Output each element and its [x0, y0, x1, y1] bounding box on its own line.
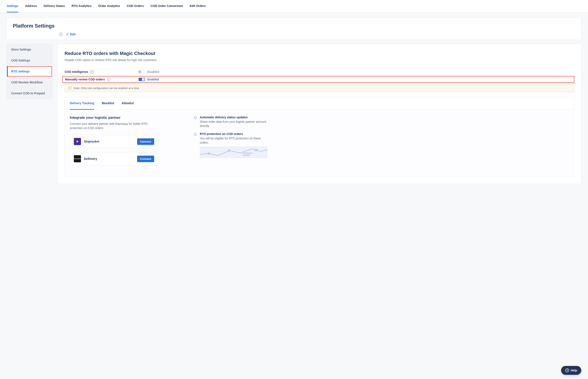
inner-tabs: Delivery Tracking Blocklist Allowlist [65, 97, 574, 110]
benefits-panel: Automatic delivery status updates Share … [194, 116, 267, 169]
cod-intelligence-label: COD Intelligence [65, 70, 88, 74]
nav-address[interactable]: Address [25, 0, 37, 12]
shiprocket-logo-icon [74, 138, 81, 145]
manual-review-state: Enabled [147, 78, 159, 81]
svg-rect-4 [243, 153, 252, 154]
nav-order-analytics[interactable]: Order Analytics [98, 0, 120, 12]
header-card: Platform Settings i Edit [7, 18, 581, 40]
partner-delhivery: DELHIVERY Delhivery Connect [70, 152, 158, 165]
sidebar-item-convert-cod-to-prepaid[interactable]: Convert COD to Prepaid [7, 88, 52, 99]
benefit-description: You will be eligible for RTO protection … [200, 136, 267, 145]
main-panel: Reduce RTO orders with Magic Checkout Di… [58, 44, 581, 184]
manual-review-toggle[interactable] [139, 78, 145, 81]
manual-review-row: Manually review COD orders i Enabled [62, 76, 574, 83]
connect-shiprocket-button[interactable]: Connect [137, 138, 154, 145]
edit-button[interactable]: Edit [66, 33, 75, 36]
page-title: Platform Settings [13, 23, 575, 29]
sidebar-item-store-settings[interactable]: Store Settings [7, 44, 52, 55]
nav-cod-orders[interactable]: COD Orders [127, 0, 144, 12]
note-text: Note: Only one configuration can be enab… [74, 87, 139, 90]
manual-review-label: Manually review COD orders [65, 78, 105, 81]
info-icon[interactable]: i [59, 33, 62, 36]
cod-intelligence-row: COD Intelligence i Disabled [65, 68, 574, 76]
section-description: Disable COD option or retrieve RTO risk … [65, 58, 574, 62]
nav-edit-orders[interactable]: Edit Orders [190, 0, 206, 12]
svg-marker-0 [77, 140, 78, 143]
benefit-title: Automatic delivery status updates [200, 116, 267, 119]
nav-settings[interactable]: Settings [7, 0, 18, 12]
nav-cod-order-conversion[interactable]: COD Order Conversion [151, 0, 183, 12]
svg-rect-5 [243, 155, 250, 156]
info-icon[interactable]: i [90, 70, 94, 74]
connect-delhivery-button[interactable]: Connect [137, 156, 154, 162]
chart-placeholder-icon [200, 146, 267, 158]
nav-delivery-status[interactable]: Delivery Status [44, 0, 65, 12]
cod-intelligence-toggle[interactable] [138, 70, 145, 74]
tab-allowlist[interactable]: Allowlist [121, 97, 134, 110]
integrate-title: Integrate your logistic partner [70, 116, 158, 120]
sidebar-item-cod-settings[interactable]: COD Settings [7, 55, 52, 66]
partner-name: Delhivery [84, 157, 134, 160]
sidebar-item-cod-review-workflow[interactable]: COD Review Workflow [7, 77, 52, 88]
warning-icon: ! [68, 86, 72, 90]
section-title: Reduce RTO orders with Magic Checkout [65, 51, 574, 56]
nav-rto-analytics[interactable]: RTO Analytics [72, 0, 91, 12]
edit-label: Edit [70, 33, 75, 36]
note-bar: ! Note: Only one configuration can be en… [65, 84, 574, 92]
pencil-icon [66, 33, 69, 36]
benefit-description: Share order data from your logistic part… [200, 120, 267, 128]
sidebar-item-rto-settings[interactable]: RTO Settings [7, 66, 52, 77]
settings-sidebar: Store Settings COD Settings RTO Settings… [7, 44, 53, 99]
delivery-tracking-card: Delivery Tracking Blocklist Allowlist In… [65, 97, 574, 177]
cod-intelligence-state: Disabled [147, 70, 159, 74]
info-icon[interactable]: i [107, 78, 110, 81]
svg-point-1 [207, 152, 210, 155]
bullet-icon [194, 133, 197, 136]
benefit-title: RTO protection on COD orders [200, 132, 267, 136]
tab-blocklist[interactable]: Blocklist [102, 97, 114, 110]
tab-delivery-tracking[interactable]: Delivery Tracking [70, 97, 94, 110]
bullet-icon [194, 116, 197, 119]
svg-point-2 [228, 149, 231, 152]
integrate-description: Connect your delivery partner with Razor… [70, 122, 158, 130]
delhivery-logo-icon: DELHIVERY [74, 155, 81, 162]
partner-name: Shiprocket [84, 140, 134, 143]
svg-point-3 [255, 149, 258, 151]
top-nav: Settings Address Delivery Status RTO Ana… [0, 0, 588, 13]
partner-shiprocket: Shiprocket Connect [70, 135, 158, 148]
